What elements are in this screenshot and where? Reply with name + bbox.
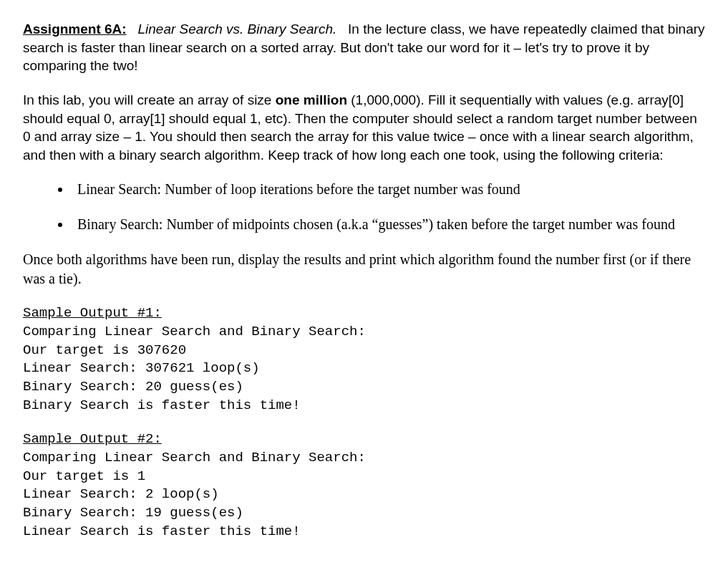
sample-heading: Sample Output #1: (23, 304, 705, 323)
list-item: Linear Search: Number of loop iterations… (72, 180, 705, 199)
paragraph-3: Once both algorithms have been run, disp… (23, 250, 705, 289)
para2-part-a: In this lab, you will create an array of… (23, 92, 276, 107)
criteria-list: Linear Search: Number of loop iterations… (23, 180, 705, 234)
paragraph-2: In this lab, you will create an array of… (23, 91, 705, 165)
sample-body: Comparing Linear Search and Binary Searc… (23, 449, 705, 541)
list-item: Binary Search: Number of midpoints chose… (72, 215, 705, 234)
sample-output-2: Sample Output #2: Comparing Linear Searc… (23, 430, 705, 541)
sample-heading: Sample Output #2: (23, 430, 705, 449)
sample-output-1: Sample Output #1: Comparing Linear Searc… (23, 304, 705, 415)
assignment-label: Assignment 6A: (23, 21, 127, 37)
intro-paragraph: Assignment 6A: Linear Search vs. Binary … (23, 20, 705, 75)
para2-bold: one million (276, 92, 347, 107)
assignment-subtitle: Linear Search vs. Binary Search. (137, 21, 336, 37)
sample-body: Comparing Linear Search and Binary Searc… (23, 323, 705, 415)
